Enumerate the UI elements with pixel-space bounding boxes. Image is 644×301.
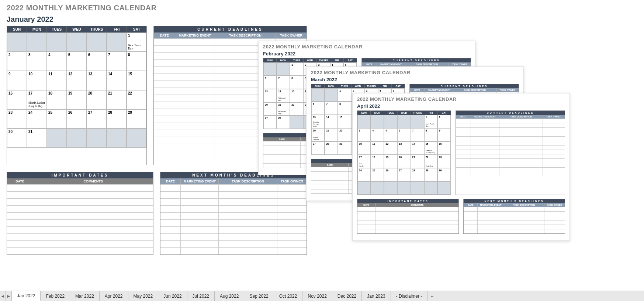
calendar-cell[interactable] xyxy=(424,181,437,195)
calendar-cell[interactable]: 23 xyxy=(437,155,451,168)
table-row[interactable] xyxy=(456,123,565,127)
calendar-cell[interactable] xyxy=(263,62,277,76)
table-row[interactable] xyxy=(456,172,565,176)
table-row[interactable] xyxy=(456,119,565,123)
sheet-tab[interactable]: Dec 2022 xyxy=(332,291,362,301)
table-row[interactable] xyxy=(464,207,565,211)
table-row[interactable] xyxy=(7,205,153,212)
calendar-cell[interactable]: 7 xyxy=(277,76,290,89)
calendar-cell[interactable]: 14 xyxy=(411,141,424,155)
table-row[interactable] xyxy=(357,225,458,229)
calendar-cell[interactable] xyxy=(127,129,146,148)
table-row[interactable] xyxy=(160,226,307,233)
calendar-cell[interactable] xyxy=(357,115,371,128)
calendar-cell[interactable]: 8 xyxy=(127,52,146,71)
calendar-cell[interactable]: 24 xyxy=(357,168,371,181)
calendar-cell[interactable]: 19 xyxy=(67,90,87,109)
table-row[interactable] xyxy=(456,136,565,141)
calendar-cell[interactable] xyxy=(325,88,338,102)
calendar-cell[interactable] xyxy=(107,33,127,52)
calendar-cell[interactable] xyxy=(67,129,87,148)
sheet-tab[interactable]: - Disclaimer - xyxy=(391,291,428,301)
calendar-cell[interactable]: 2 xyxy=(437,115,451,128)
calendar-cell[interactable]: 18 xyxy=(47,90,67,109)
table-row[interactable] xyxy=(357,229,458,233)
calendar-cell[interactable]: 9 xyxy=(437,128,451,141)
calendar-cell[interactable] xyxy=(277,62,290,76)
table-row[interactable] xyxy=(7,240,153,247)
sheet-tab[interactable]: Oct 2022 xyxy=(274,291,303,301)
calendar-cell[interactable]: 3 xyxy=(27,52,47,71)
sheet-tab[interactable]: Sep 2022 xyxy=(244,291,274,301)
calendar-cell[interactable]: 6 xyxy=(397,128,411,141)
calendar-cell[interactable] xyxy=(47,33,67,52)
calendar-cell[interactable]: 26 xyxy=(384,168,397,181)
calendar-cell[interactable]: 6 xyxy=(263,76,277,89)
calendar-cell[interactable]: 3 xyxy=(357,128,371,141)
calendar-cell[interactable]: 26 xyxy=(67,109,87,129)
calendar-cell[interactable]: 21President's Day xyxy=(277,102,290,116)
table-row[interactable] xyxy=(7,247,153,254)
calendar-cell[interactable] xyxy=(7,33,27,52)
tab-prev-button[interactable]: ◄ xyxy=(0,291,6,301)
calendar-cell[interactable]: 7 xyxy=(107,52,127,71)
table-row[interactable] xyxy=(160,219,307,226)
calendar-cell[interactable]: 13 xyxy=(263,89,277,102)
calendar-cell[interactable]: 1 xyxy=(290,62,303,76)
calendar-cell[interactable]: 30 xyxy=(437,168,451,181)
calendar-cell[interactable]: 20 xyxy=(263,102,277,116)
calendar-cell[interactable]: 10 xyxy=(27,71,47,90)
table-row[interactable] xyxy=(357,220,458,225)
calendar-cell[interactable]: 16 xyxy=(437,141,451,155)
calendar-cell[interactable]: 27 xyxy=(263,116,277,129)
calendar-cell[interactable]: 12 xyxy=(384,141,397,155)
table-row[interactable] xyxy=(160,247,307,254)
calendar-cell[interactable] xyxy=(397,181,411,195)
calendar-cell[interactable]: 9 xyxy=(7,71,27,90)
table-row[interactable] xyxy=(160,205,307,212)
sheet-tab[interactable]: Nov 2022 xyxy=(302,291,332,301)
calendar-cell[interactable] xyxy=(384,181,397,195)
calendar-cell[interactable]: 18 xyxy=(371,155,384,168)
table-row[interactable] xyxy=(456,150,565,154)
calendar-cell[interactable]: 2 xyxy=(7,52,27,71)
table-row[interactable] xyxy=(456,158,565,163)
calendar-cell[interactable] xyxy=(290,116,303,129)
calendar-cell[interactable]: 11 xyxy=(371,141,384,155)
calendar-cell[interactable]: 12 xyxy=(67,71,87,90)
calendar-cell[interactable]: 13Daylight Savings Begin xyxy=(311,115,325,128)
sheet-tab[interactable]: Mar 2022 xyxy=(70,291,100,301)
sheet-tab[interactable]: Feb 2022 xyxy=(41,291,70,301)
calendar-cell[interactable] xyxy=(411,181,424,195)
calendar-cell[interactable]: 19 xyxy=(384,155,397,168)
table-row[interactable] xyxy=(160,191,307,198)
table-row[interactable] xyxy=(456,145,565,150)
calendar-cell[interactable]: 7 xyxy=(325,102,338,115)
calendar-cell[interactable]: 8 xyxy=(424,128,437,141)
calendar-cell[interactable]: 22 xyxy=(338,128,351,141)
calendar-cell[interactable]: 28 xyxy=(325,141,338,155)
calendar-cell[interactable]: 30 xyxy=(7,129,27,148)
table-row[interactable] xyxy=(160,233,307,240)
add-tab-button[interactable]: + xyxy=(427,291,436,301)
calendar-cell[interactable]: 7 xyxy=(411,128,424,141)
sheet-tab[interactable]: Jun 2022 xyxy=(158,291,187,301)
table-row[interactable] xyxy=(464,229,565,233)
sheet-tab[interactable]: Jan 2023 xyxy=(362,291,391,301)
calendar-cell[interactable]: 14Valentine's Day xyxy=(277,89,290,102)
calendar-cell[interactable]: 25 xyxy=(371,168,384,181)
sheet-tab[interactable]: May 2022 xyxy=(128,291,159,301)
calendar-cell[interactable] xyxy=(397,115,411,128)
calendar-cell[interactable] xyxy=(437,181,451,195)
calendar-cell[interactable]: 20 xyxy=(397,155,411,168)
calendar-cell[interactable]: 4 xyxy=(371,128,384,141)
table-row[interactable] xyxy=(7,198,153,205)
table-row[interactable] xyxy=(456,154,565,158)
calendar-cell[interactable]: 29 xyxy=(424,168,437,181)
calendar-cell[interactable] xyxy=(371,181,384,195)
calendar-cell[interactable]: 29 xyxy=(127,109,146,129)
calendar-cell[interactable]: 27 xyxy=(311,141,325,155)
sheet-tab[interactable]: Jul 2022 xyxy=(187,291,215,301)
table-row[interactable] xyxy=(7,212,153,219)
calendar-cell[interactable]: 8 xyxy=(338,102,351,115)
